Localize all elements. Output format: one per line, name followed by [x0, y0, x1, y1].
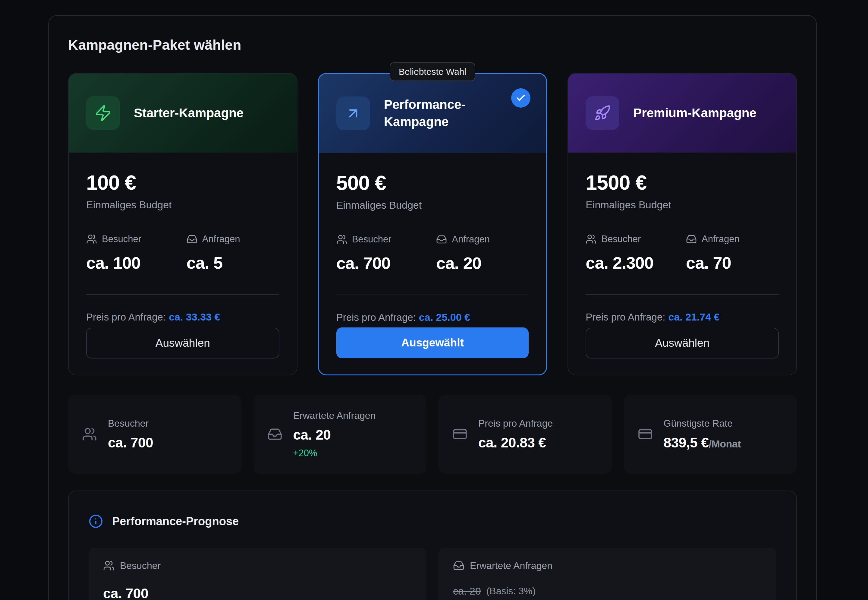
price-label: Einmaliges Budget — [585, 199, 779, 211]
visitors-label: Besucher — [601, 234, 641, 244]
credit-card-icon — [452, 427, 467, 442]
inbox-icon — [267, 427, 283, 442]
page-title: Kampagnen-Paket wählen — [68, 37, 797, 53]
package-card-starter[interactable]: Starter-Kampagne 100 € Einmaliges Budget… — [68, 73, 298, 376]
inbox-icon — [186, 234, 197, 244]
forecast-requests-base: ca. 20 — [453, 585, 481, 597]
package-name: Performance-Kampagne — [384, 96, 505, 130]
campaign-package-panel: Kampagnen-Paket wählen Starter-Kampagne … — [48, 15, 817, 600]
package-card-performance[interactable]: Beliebteste Wahl Performance-Kampagne 50… — [318, 73, 547, 376]
stat-suffix: /Monat — [709, 438, 741, 450]
requests-value: ca. 5 — [186, 253, 280, 273]
divider — [336, 295, 529, 295]
performance-forecast-section: Performance-Prognose Besucher ca. 700 16… — [68, 491, 797, 600]
stat-card-price-per-request: Preis pro Anfrage ca. 20.83 € — [439, 395, 612, 474]
select-starter-button[interactable]: Auswählen — [86, 328, 280, 359]
rocket-icon — [585, 96, 619, 130]
requests-label: Anfragen — [202, 234, 240, 244]
select-performance-button[interactable]: Ausgewählt — [336, 327, 529, 358]
stat-card-expected-requests: Erwartete Anfragen ca. 20 +20% — [254, 395, 427, 474]
package-name: Premium-Kampagne — [633, 105, 756, 122]
summary-stats-row: Besucher ca. 700 Erwartete Anfragen ca. … — [68, 395, 797, 474]
zap-icon — [86, 96, 120, 130]
forecast-title: Performance-Prognose — [112, 515, 239, 528]
visitors-label: Besucher — [352, 234, 392, 245]
inbox-icon — [686, 234, 697, 244]
starter-card-header: Starter-Kampagne — [69, 74, 297, 153]
package-name: Starter-Kampagne — [134, 105, 243, 122]
stat-card-cheapest-rate: Günstigste Rate 839,5 €/Monat — [624, 395, 797, 474]
credit-card-icon — [638, 427, 653, 442]
arrow-up-right-icon — [336, 97, 370, 130]
stat-value: ca. 700 — [108, 435, 153, 451]
forecast-requests-label: Erwartete Anfragen — [470, 560, 552, 571]
users-icon — [82, 427, 97, 442]
forecast-visitors-value: ca. 700 — [103, 585, 412, 600]
cpl-label: Preis pro Anfrage: — [86, 311, 166, 323]
select-premium-button[interactable]: Auswählen — [585, 328, 779, 359]
forecast-requests-base-note: (Basis: 3%) — [487, 586, 536, 597]
forecast-visitors-card: Besucher ca. 700 167 pro Woche — [89, 548, 426, 600]
stat-delta: +20% — [293, 448, 376, 459]
requests-value: ca. 70 — [686, 253, 779, 273]
premium-card-header: Premium-Kampagne — [568, 74, 796, 153]
stat-value: 839,5 €/Monat — [664, 435, 741, 451]
requests-value: ca. 20 — [436, 253, 529, 273]
stat-label: Erwartete Anfragen — [293, 410, 376, 421]
visitors-value: ca. 2.300 — [585, 253, 686, 273]
stat-value: ca. 20.83 € — [478, 435, 553, 451]
performance-card-header: Performance-Kampagne — [319, 74, 546, 153]
divider — [86, 294, 280, 295]
cpl-label: Preis pro Anfrage: — [336, 312, 416, 323]
package-card-premium[interactable]: Premium-Kampagne 1500 € Einmaliges Budge… — [567, 73, 797, 376]
package-price: 100 € — [86, 171, 280, 194]
inbox-icon — [436, 234, 447, 245]
stat-card-visitors: Besucher ca. 700 — [68, 395, 241, 474]
users-icon — [585, 234, 596, 244]
price-label: Einmaliges Budget — [336, 199, 529, 211]
forecast-visitors-label: Besucher — [120, 560, 161, 571]
requests-label: Anfragen — [452, 234, 490, 245]
cpl-label: Preis pro Anfrage: — [585, 311, 665, 323]
price-label: Einmaliges Budget — [86, 199, 280, 211]
stat-value: ca. 20 — [293, 427, 376, 443]
cpl-value: ca. 21.74 € — [668, 311, 720, 323]
stat-label: Günstigste Rate — [664, 418, 741, 429]
stat-label: Preis pro Anfrage — [478, 418, 553, 429]
inbox-icon — [453, 560, 464, 571]
visitors-value: ca. 100 — [86, 253, 186, 273]
users-icon — [336, 234, 347, 245]
users-icon — [103, 560, 115, 571]
requests-label: Anfragen — [702, 234, 739, 244]
info-icon — [89, 514, 103, 529]
stat-label: Besucher — [108, 418, 153, 429]
users-icon — [86, 234, 97, 244]
cpl-value: ca. 25.00 € — [419, 311, 470, 323]
visitors-label: Besucher — [102, 234, 141, 244]
divider — [585, 294, 779, 295]
cpl-value: ca. 33.33 € — [169, 311, 220, 323]
package-cards: Starter-Kampagne 100 € Einmaliges Budget… — [68, 73, 797, 376]
popular-badge: Beliebteste Wahl — [390, 62, 475, 81]
check-icon — [511, 88, 531, 108]
forecast-requests-card: Erwartete Anfragen ca. 20 (Basis: 3%) ca… — [439, 548, 776, 600]
package-price: 500 € — [336, 171, 529, 194]
visitors-value: ca. 700 — [336, 253, 436, 273]
package-price: 1500 € — [585, 171, 779, 194]
